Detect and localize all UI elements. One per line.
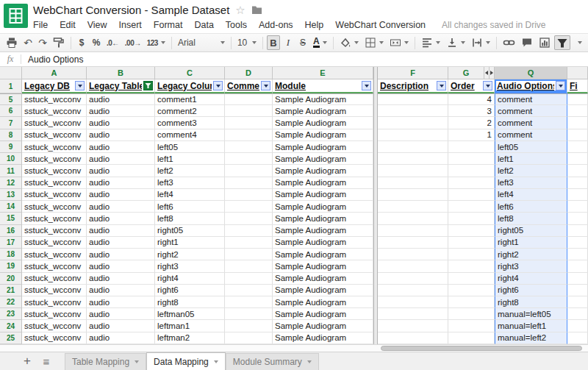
cell-E16[interactable]: Sample Audiogram	[273, 225, 373, 237]
add-sheet-button[interactable]: +	[18, 352, 37, 370]
fill-color-button[interactable]	[337, 35, 361, 50]
menu-item-data[interactable]: Data	[188, 20, 219, 30]
cell-D20[interactable]	[225, 273, 273, 285]
vertical-align-button[interactable]	[444, 35, 467, 50]
cell-G11[interactable]	[448, 165, 495, 177]
row-header-18[interactable]: 18	[0, 249, 22, 260]
row-header-15[interactable]: 15	[0, 213, 22, 224]
cell-F1[interactable]: Description	[378, 79, 448, 93]
row-header-19[interactable]: 19	[0, 260, 22, 272]
menu-item-format[interactable]: Format	[148, 20, 189, 30]
cell-Q14[interactable]: left6	[495, 201, 567, 213]
insert-comment-button[interactable]	[519, 35, 535, 50]
cell-G1[interactable]: Order	[448, 79, 495, 93]
row-header-10[interactable]: 10	[0, 153, 22, 165]
cell-Q18[interactable]: right2	[495, 249, 567, 260]
cell-Q1[interactable]: Audio Options	[495, 79, 567, 93]
cell-F20[interactable]	[378, 273, 448, 285]
filter-dropdown-button[interactable]	[213, 81, 223, 90]
cell-A5[interactable]: sstuck_wcconv	[22, 93, 87, 105]
cell-B18[interactable]: audio	[87, 249, 155, 260]
cell-D11[interactable]	[225, 165, 273, 177]
cell-A22[interactable]: sstuck_wcconv	[22, 296, 87, 308]
cell-X23[interactable]	[567, 308, 588, 320]
cell-F15[interactable]	[378, 213, 448, 224]
document-title[interactable]: WebChart Conversion - Sample Dataset	[33, 4, 229, 16]
grid-corner[interactable]	[0, 67, 22, 79]
text-wrap-button[interactable]	[469, 35, 492, 50]
cell-A14[interactable]: sstuck_wcconv	[22, 201, 87, 213]
cell-A8[interactable]: sstuck_wcconv	[22, 129, 87, 141]
cell-Q21[interactable]: right6	[495, 285, 567, 296]
cell-C22[interactable]: right8	[155, 296, 225, 308]
chevron-down-icon[interactable]	[135, 360, 139, 363]
filter-dropdown-button[interactable]	[483, 81, 492, 90]
column-header-A[interactable]: A	[22, 67, 87, 79]
cell-X15[interactable]	[567, 213, 588, 224]
cell-A16[interactable]: sstuck_wcconv	[22, 225, 87, 237]
horizontal-scrollbar[interactable]	[0, 344, 588, 352]
cell-A19[interactable]: sstuck_wcconv	[22, 260, 87, 272]
cell-G18[interactable]	[448, 249, 495, 260]
cell-G5[interactable]: 4	[448, 93, 495, 105]
cell-X22[interactable]	[567, 296, 588, 308]
cell-G19[interactable]	[448, 260, 495, 272]
folder-icon[interactable]	[251, 5, 262, 15]
cell-X18[interactable]	[567, 249, 588, 260]
cell-F23[interactable]	[378, 308, 448, 320]
cell-Q9[interactable]: left05	[495, 141, 567, 153]
cell-Q19[interactable]: right3	[495, 260, 567, 272]
cell-A15[interactable]: sstuck_wcconv	[22, 213, 87, 224]
cell-Q25[interactable]: manual=left2	[495, 332, 567, 344]
cell-D8[interactable]	[225, 129, 273, 141]
cell-G21[interactable]	[448, 285, 495, 296]
cell-B17[interactable]: audio	[87, 237, 155, 249]
currency-format-button[interactable]: $	[75, 35, 88, 50]
cell-C13[interactable]: left4	[155, 189, 225, 201]
menu-item-insert[interactable]: Insert	[113, 20, 148, 30]
cell-B8[interactable]: audio	[87, 129, 155, 141]
cell-Q11[interactable]: left2	[495, 165, 567, 177]
column-header-B[interactable]: B	[87, 67, 155, 79]
cell-B24[interactable]: audio	[87, 320, 155, 332]
cell-B10[interactable]: audio	[87, 153, 155, 165]
cell-A21[interactable]: sstuck_wcconv	[22, 285, 87, 296]
cell-C1[interactable]: Legacy Column	[155, 79, 225, 93]
cell-B7[interactable]: audio	[87, 117, 155, 129]
cell-X10[interactable]	[567, 153, 588, 165]
unhide-columns-right-arrow[interactable]	[489, 67, 494, 79]
cell-F21[interactable]	[378, 285, 448, 296]
cell-E5[interactable]: Sample Audiogram	[273, 93, 373, 105]
cell-F16[interactable]	[378, 225, 448, 237]
cell-X14[interactable]	[567, 201, 588, 213]
cell-E8[interactable]: Sample Audiogram	[273, 129, 373, 141]
cell-A7[interactable]: sstuck_wcconv	[22, 117, 87, 129]
column-header-C[interactable]: C	[155, 67, 225, 79]
cell-F8[interactable]	[378, 129, 448, 141]
cell-G20[interactable]	[448, 273, 495, 285]
cell-C23[interactable]: leftman05	[155, 308, 225, 320]
cell-X7[interactable]	[567, 117, 588, 129]
row-header-6[interactable]: 6	[0, 105, 22, 117]
cell-D6[interactable]	[225, 105, 273, 117]
cell-F5[interactable]	[378, 93, 448, 105]
cell-C25[interactable]: leftman2	[155, 332, 225, 344]
column-header-D[interactable]: D	[225, 67, 273, 79]
text-color-button[interactable]: A	[311, 35, 329, 50]
sheets-logo-icon[interactable]	[4, 4, 28, 28]
cell-X5[interactable]	[567, 93, 588, 105]
filter-dropdown-button[interactable]	[556, 81, 565, 90]
cell-A17[interactable]: sstuck_wcconv	[22, 237, 87, 249]
cell-D25[interactable]	[225, 332, 273, 344]
cell-Q7[interactable]: comment	[495, 117, 567, 129]
sheet-tab-data-mapping[interactable]: Data Mapping	[146, 352, 226, 370]
cell-X6[interactable]	[567, 105, 588, 117]
horizontal-scrollbar-thumb[interactable]	[381, 346, 582, 351]
cell-F6[interactable]	[378, 105, 448, 117]
cell-Q5[interactable]: comment	[495, 93, 567, 105]
cell-E20[interactable]: Sample Audiogram	[273, 273, 373, 285]
cell-C5[interactable]: comment1	[155, 93, 225, 105]
cell-F18[interactable]	[378, 249, 448, 260]
cell-X11[interactable]	[567, 165, 588, 177]
cell-C14[interactable]: left6	[155, 201, 225, 213]
